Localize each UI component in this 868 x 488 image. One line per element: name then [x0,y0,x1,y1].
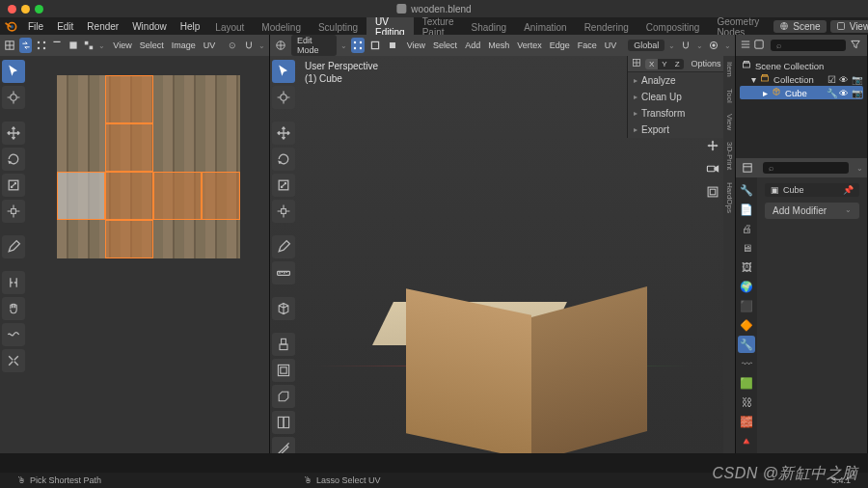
cursor-tool[interactable] [2,86,25,109]
modifier-icon[interactable]: 🔧 [827,88,836,98]
tab-compositing[interactable]: Compositing [637,17,709,37]
vertex-select-icon[interactable] [36,38,47,53]
menu-render[interactable]: Render [80,21,125,32]
editor-type-icon[interactable] [274,38,287,53]
island-select-icon[interactable] [83,38,95,53]
proptab-material[interactable]: 🧱 [738,413,755,430]
proportional-edit-icon[interactable] [707,38,720,53]
addcube-tool[interactable] [272,297,295,320]
v3d-menu-select[interactable]: Select [429,41,461,50]
npanel-transform[interactable]: Transform [628,105,723,122]
tab-geometry-nodes[interactable]: Geometry Nodes [708,17,768,37]
v3d-menu-view[interactable]: View [403,41,429,50]
minimize-window-dot[interactable] [21,5,30,14]
proptab-world[interactable]: 🌍 [738,278,755,295]
proptab-modifier[interactable]: 🔧 [738,336,755,353]
camera-icon[interactable]: 📷 [852,74,861,85]
pinch-tool[interactable] [2,349,25,372]
tab-animation[interactable]: Animation [515,17,575,37]
v3d-menu-face[interactable]: Face [574,41,601,50]
transform-tool[interactable] [272,200,295,223]
annotate-tool[interactable] [272,235,295,258]
rip-tool[interactable] [2,271,25,294]
uv-menu-view[interactable]: View [109,41,135,50]
checkbox-icon[interactable]: ☑ [827,74,836,85]
edge-mode-icon[interactable] [368,38,382,53]
rotate-tool[interactable] [272,148,295,171]
ntab-view[interactable]: View [723,108,735,136]
object-item[interactable]: ▸ Cube 🔧👁📷 [740,86,863,99]
tab-rendering[interactable]: Rendering [576,17,637,37]
proptab-print[interactable]: 🖨 [738,220,755,237]
tab-sculpting[interactable]: Sculpting [310,17,366,37]
move-tool[interactable] [272,122,295,145]
menu-file[interactable]: File [21,21,50,32]
cursor-tool[interactable] [272,86,295,109]
uv-texture[interactable] [57,75,240,258]
maximize-window-dot[interactable] [35,5,43,14]
v3d-menu-add[interactable]: Add [461,41,484,50]
scene-collection-item[interactable]: Scene Collection [740,59,863,72]
proptab-collection[interactable]: ⬛ [738,297,755,314]
viewlayer-selector[interactable]: ViewLayer [830,20,868,33]
select-tool[interactable] [2,60,25,83]
npanel-export[interactable]: Export [628,122,723,138]
npanel-analyze[interactable]: Analyze [628,72,723,89]
proptab-physics[interactable]: 🟩 [738,374,755,392]
ntab-tool[interactable]: Tool [723,83,735,109]
ntab-3d-print[interactable]: 3D-Print [723,136,735,176]
proptab-constraint[interactable]: ⛓ [738,393,755,411]
v3d-menu-mesh[interactable]: Mesh [484,41,513,50]
proptab-view[interactable]: 🖥 [738,239,755,257]
tab-texture-paint[interactable]: Texture Paint [414,17,463,37]
menu-edit[interactable]: Edit [50,21,80,32]
menu-window[interactable]: Window [125,21,174,32]
editor-type-icon[interactable] [740,160,755,176]
vert-mode-icon[interactable] [351,38,365,53]
edge-select-icon[interactable] [51,38,63,53]
cube-object[interactable] [416,258,589,345]
proptab-data[interactable]: 🔺 [738,432,755,449]
pan-icon[interactable] [704,137,721,154]
proptab-output[interactable]: 📄 [738,201,755,218]
face-select-icon[interactable] [68,38,79,53]
perspective-icon[interactable] [704,183,721,201]
ntab-item[interactable]: Item [723,56,735,83]
tab-shading[interactable]: Shading [462,17,515,37]
transform-tool[interactable] [2,200,25,223]
blender-logo[interactable] [4,19,17,33]
camera-view-icon[interactable] [704,160,721,177]
options-dropdown[interactable]: Options [692,59,721,68]
properties-search[interactable]: ⌕ [763,162,849,174]
v3d-menu-edge[interactable]: Edge [546,41,574,50]
eye-icon[interactable]: 👁 [839,74,849,85]
proptab-object[interactable]: 🔶 [738,316,755,334]
proptab-scene[interactable]: 🖼 [738,258,755,276]
collection-item[interactable]: ▾ Collection ☑👁📷 [740,72,863,86]
ntab-hardops[interactable]: HardOps [723,176,735,219]
scale-tool[interactable] [2,174,25,197]
tab-layout[interactable]: Layout [206,17,253,37]
tab-modeling[interactable]: Modeling [253,17,310,37]
npanel-clean-up[interactable]: Clean Up [628,89,723,105]
grab-tool[interactable] [2,297,25,320]
uv-sync-icon[interactable] [19,38,31,53]
xyz-toggle[interactable]: XYZ [645,59,684,69]
display-mode-icon[interactable] [753,39,767,52]
uv-menu-uv[interactable]: UV [200,41,220,50]
pivot-icon[interactable]: ⊙ [227,38,238,53]
eye-icon[interactable]: 👁 [839,88,849,98]
add-modifier-button[interactable]: Add Modifier⌄ [765,203,859,219]
snap-icon[interactable] [243,38,255,53]
face-mode-icon[interactable] [386,38,399,53]
tab-uv-editing[interactable]: UV Editing [366,17,414,37]
editor-type-icon[interactable] [4,38,15,53]
knife-tool[interactable] [272,437,295,453]
close-window-dot[interactable] [8,5,16,14]
relax-tool[interactable] [2,323,25,346]
mode-selector[interactable]: Edit Mode [291,35,337,56]
annotate-tool[interactable] [2,235,25,258]
inset-tool[interactable] [272,359,295,382]
uv-menu-image[interactable]: Image [168,41,200,50]
bevel-tool[interactable] [272,385,295,408]
